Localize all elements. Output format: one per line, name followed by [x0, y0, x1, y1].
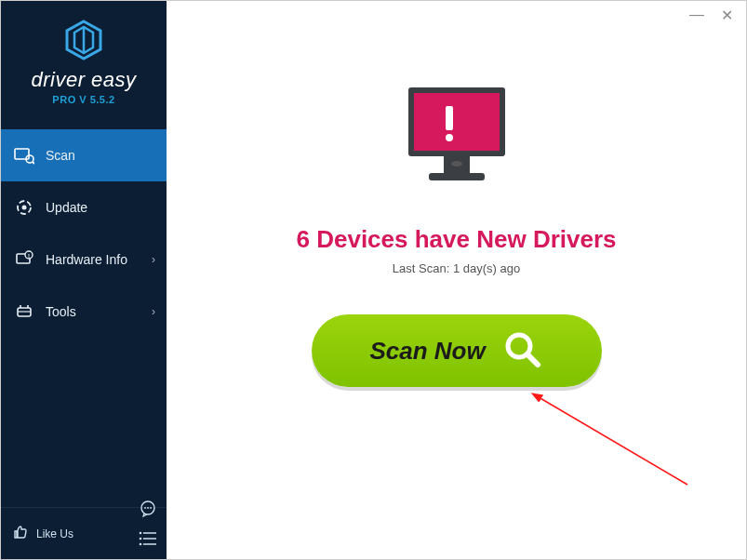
sidebar: driver easy PRO V 5.5.2 Scan — [1, 1, 167, 559]
status-title: 6 Devices have New Drivers — [297, 225, 617, 254]
sidebar-footer: Like Us — [1, 507, 167, 559]
menu-icon[interactable] — [139, 531, 157, 550]
svg-point-18 — [140, 532, 142, 535]
monitor-alert-icon — [392, 80, 522, 205]
minimize-button[interactable]: — — [689, 7, 704, 23]
sidebar-item-hardware-info[interactable]: ! Hardware Info › — [1, 233, 167, 286]
svg-point-20 — [140, 538, 142, 540]
svg-line-4 — [33, 162, 34, 164]
feedback-icon[interactable] — [139, 500, 157, 522]
scan-now-label: Scan Now — [369, 337, 485, 366]
chevron-right-icon: › — [152, 305, 155, 318]
svg-rect-30 — [429, 173, 485, 180]
svg-point-16 — [147, 507, 149, 509]
like-us-label: Like Us — [36, 527, 73, 540]
update-icon — [14, 197, 34, 218]
svg-rect-25 — [414, 93, 500, 151]
close-button[interactable]: ✕ — [721, 7, 733, 24]
like-us-button[interactable]: Like Us — [12, 524, 155, 544]
sidebar-item-label: Hardware Info — [46, 252, 127, 267]
svg-text:!: ! — [28, 253, 30, 259]
svg-point-29 — [451, 161, 462, 167]
brand-name: driver easy — [1, 68, 167, 92]
app-logo-icon — [61, 18, 106, 66]
svg-line-33 — [539, 397, 687, 485]
svg-point-27 — [446, 134, 453, 141]
thumbs-up-icon — [12, 524, 29, 544]
scan-icon — [14, 145, 34, 166]
sidebar-nav: Scan Update ! — [1, 129, 167, 338]
svg-line-32 — [527, 354, 538, 365]
svg-point-15 — [144, 507, 146, 509]
sidebar-item-label: Scan — [46, 148, 75, 163]
main-panel: 6 Devices have New Drivers Last Scan: 1 … — [167, 1, 746, 559]
last-scan-text: Last Scan: 1 day(s) ago — [393, 261, 520, 275]
tools-icon — [14, 301, 34, 322]
sidebar-item-update[interactable]: Update — [1, 181, 167, 233]
logo-block: driver easy PRO V 5.5.2 — [1, 1, 167, 114]
scan-now-button[interactable]: Scan Now — [312, 314, 602, 387]
app-version: PRO V 5.5.2 — [1, 94, 167, 105]
annotation-arrow — [520, 392, 706, 503]
chevron-right-icon: › — [152, 253, 155, 266]
svg-point-22 — [140, 543, 142, 546]
svg-point-17 — [150, 507, 152, 509]
magnifier-icon — [502, 329, 543, 373]
svg-point-6 — [22, 206, 27, 210]
sidebar-item-label: Update — [46, 200, 87, 215]
sidebar-item-tools[interactable]: Tools › — [1, 286, 167, 338]
hardware-info-icon: ! — [14, 249, 34, 270]
sidebar-item-label: Tools — [46, 304, 76, 319]
sidebar-item-scan[interactable]: Scan — [1, 129, 167, 181]
svg-rect-26 — [446, 106, 453, 130]
